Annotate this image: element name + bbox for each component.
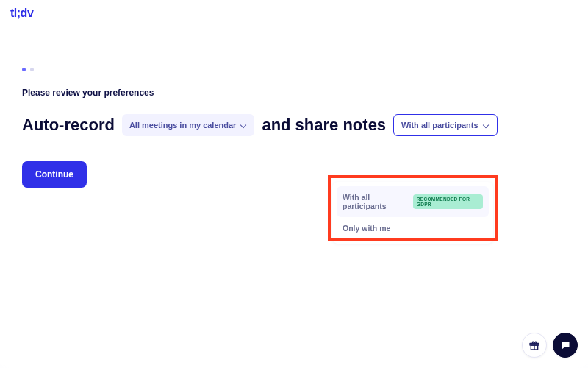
share-notes-dropdown: With all participants RECOMMENDED FOR GD… <box>332 182 493 244</box>
share-option-all-participants[interactable]: With all participants RECOMMENDED FOR GD… <box>337 186 489 217</box>
chevron-down-icon <box>483 122 490 129</box>
chat-icon <box>560 340 571 351</box>
share-option-only-me[interactable]: Only with me <box>337 217 489 239</box>
support-chat-button[interactable] <box>553 333 578 358</box>
brand-logo: tl;dv <box>10 7 33 20</box>
top-bar: tl;dv <box>0 0 588 26</box>
share-notes-select[interactable]: With all participants <box>393 114 497 136</box>
preferences-sentence: Auto-record All meetings in my calendar … <box>22 114 566 136</box>
step-dot-1 <box>22 68 26 71</box>
gift-icon <box>528 339 540 351</box>
sentence-part-2: and share notes <box>262 116 386 135</box>
page-subtitle: Please review your preferences <box>22 88 566 98</box>
step-indicator <box>22 68 566 71</box>
gdpr-badge: RECOMMENDED FOR GDPR <box>413 194 483 209</box>
auto-record-value: All meetings in my calendar <box>129 121 237 130</box>
option-label: Only with me <box>343 224 390 233</box>
referral-button[interactable] <box>522 333 547 358</box>
chevron-down-icon <box>240 122 247 129</box>
step-dot-2 <box>30 68 34 71</box>
option-label: With all participants <box>343 193 409 210</box>
share-notes-value: With all participants <box>401 121 478 130</box>
continue-button[interactable]: Continue <box>22 161 87 188</box>
sentence-part-1: Auto-record <box>22 116 115 135</box>
auto-record-select[interactable]: All meetings in my calendar <box>122 114 255 136</box>
